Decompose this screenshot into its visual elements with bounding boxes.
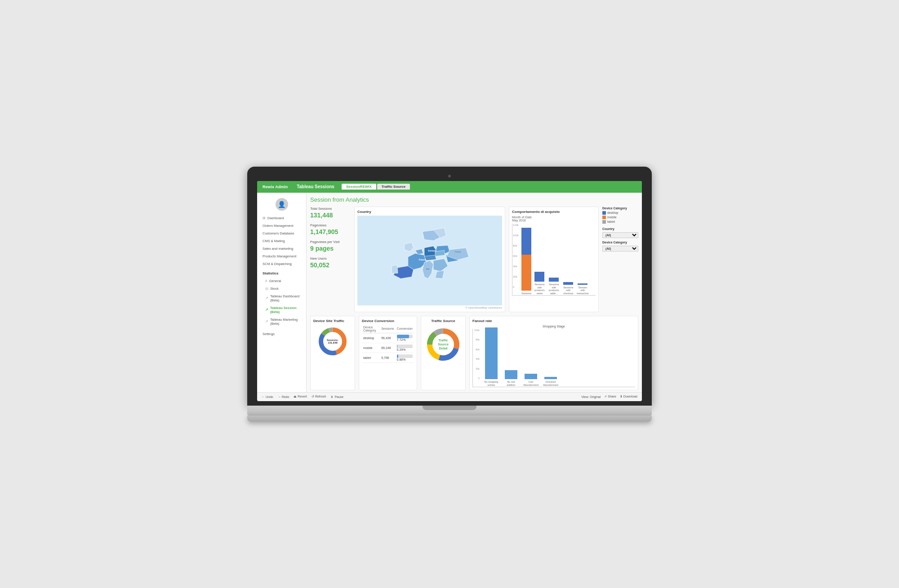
avatar: 👤 bbox=[276, 198, 288, 211]
sidebar-item-tableau-marketing[interactable]: ↗ Tableau Marketing (Beta) bbox=[257, 316, 306, 327]
brand-label: Rewix Admin bbox=[263, 185, 288, 189]
traffic-source-title: Traffic Source bbox=[431, 319, 455, 323]
country-filter: Country (All) bbox=[602, 227, 638, 238]
sidebar-item-stock[interactable]: ◎ Stock bbox=[257, 285, 306, 292]
sidebar-item-dashboard[interactable]: ⊞ Dashboard bbox=[257, 214, 306, 222]
redo-button[interactable]: → Redo bbox=[278, 395, 289, 398]
pageviews-per-visit-label: Pageviews per Visit bbox=[310, 240, 351, 244]
country-select[interactable]: (All) bbox=[602, 232, 638, 238]
bar-transaction: Session with transaction bbox=[576, 222, 589, 295]
fanout-bar-cart-abandonment: Cart Abandonment bbox=[522, 325, 539, 386]
fanout-bar-no-cart: No cart addition bbox=[503, 325, 520, 386]
tableau-session-icon: ↗ bbox=[265, 308, 268, 312]
sidebar-item-tableau-session[interactable]: ↗ Tableau Session (Beta) bbox=[257, 304, 306, 316]
refresh-button[interactable]: ↺ Refresh bbox=[312, 395, 326, 398]
conv-device-desktop: desktop bbox=[362, 333, 380, 343]
conv-header-sessions: Sessions bbox=[380, 325, 395, 333]
sidebar-item-products[interactable]: Products Management bbox=[257, 252, 306, 260]
dashboard-icon: ⊞ bbox=[263, 216, 266, 220]
conv-conversion-tablet: 0.88% bbox=[396, 353, 414, 363]
laptop-container: Rewix Admin Tableau Sessions SessionREWI… bbox=[247, 167, 652, 422]
svg-text:Italy: Italy bbox=[426, 268, 429, 270]
bar-sessions: Sessions bbox=[521, 228, 531, 295]
stock-icon: ◎ bbox=[265, 287, 268, 291]
traffic-source-panel: Traffic Source Traffi bbox=[421, 316, 466, 390]
view-original-button[interactable]: View: Original bbox=[581, 395, 601, 398]
pageviews-per-visit-block: Pageviews per Visit 9 pages bbox=[310, 240, 351, 252]
traffic-source-donut: Traffic Source Detail bbox=[425, 327, 461, 363]
legend-desktop: desktop bbox=[602, 211, 638, 215]
sidebar-item-orders[interactable]: Orders Management bbox=[257, 222, 306, 230]
sidebar-item-general[interactable]: ≡ General bbox=[257, 277, 306, 285]
conv-device-tablet: tablet bbox=[362, 353, 380, 363]
legend-dot-mobile bbox=[602, 216, 606, 219]
sidebar-item-sales[interactable]: Sales and marketing bbox=[257, 245, 306, 252]
sidebar: 👤 ⊞ Dashboard Orders Management Customer… bbox=[257, 193, 307, 392]
screen-bezel: Rewix Admin Tableau Sessions SessionREWI… bbox=[247, 167, 652, 406]
bottom-row: Device Site Traffic S bbox=[310, 316, 638, 390]
country-label: Country bbox=[357, 210, 502, 214]
laptop-foot bbox=[247, 416, 652, 422]
app-title: Tableau Sessions bbox=[297, 184, 334, 189]
download-button[interactable]: ⬇ Download bbox=[620, 395, 637, 398]
laptop-base bbox=[247, 406, 652, 416]
behavior-bar-chart: Sessions Sessions with product/s vi bbox=[512, 224, 596, 296]
fanout-bar-checkout-abandonment: Checkout Abandonment bbox=[542, 325, 559, 386]
general-icon: ≡ bbox=[265, 279, 267, 283]
new-users-block: New Users 50,052 bbox=[310, 256, 351, 269]
device-category-filter: Device Category (All) bbox=[602, 241, 638, 252]
pause-button[interactable]: ⏸ Pause bbox=[330, 395, 343, 398]
conv-conversion-desktop: 7.72% bbox=[396, 333, 414, 343]
device-category-filter-label: Device Category bbox=[602, 241, 638, 244]
total-sessions-block: Total Sessions 131,448 bbox=[310, 207, 351, 219]
device-conversion-panel: Device Conversion Device Category Sessio… bbox=[359, 316, 417, 390]
device-category-select[interactable]: (All) bbox=[602, 246, 638, 252]
table-row: tablet 5,766 0.88% bbox=[362, 353, 414, 363]
sidebar-item-settings[interactable]: Settings bbox=[257, 330, 306, 338]
behavior-chart-month: May 2018 bbox=[512, 219, 526, 222]
device-traffic-panel: Device Site Traffic S bbox=[310, 316, 355, 390]
revert-button[interactable]: ⏏ Revert bbox=[294, 395, 307, 398]
country-filter-label: Country bbox=[602, 227, 638, 230]
new-users-label: New Users bbox=[310, 256, 351, 261]
total-sessions-value: 131,448 bbox=[310, 212, 351, 219]
legend-dot-tablet bbox=[602, 220, 606, 224]
sidebar-item-customers[interactable]: Customers Database bbox=[257, 230, 306, 237]
undo-button[interactable]: ← Undo bbox=[262, 395, 273, 398]
behavior-chart-title: Comportamento di acquisto bbox=[512, 210, 596, 214]
legend-mobile: mobile bbox=[602, 216, 638, 219]
fanout-title: Fanout rate bbox=[472, 319, 635, 323]
app-body: 👤 ⊞ Dashboard Orders Management Customer… bbox=[257, 193, 642, 392]
bar-product-views: Sessions with product/s views bbox=[533, 219, 546, 295]
device-conversion-title: Device Conversion bbox=[362, 319, 414, 323]
legend-panel: Device Category desktop mobile bbox=[602, 207, 638, 312]
app-header: Rewix Admin Tableau Sessions SessionREWI… bbox=[257, 181, 642, 193]
europe-map: France Germany Poland Italy bbox=[357, 216, 502, 305]
tab-traffic-source[interactable]: Traffic Source bbox=[377, 184, 410, 190]
tab-bar: SessionREWIX Traffic Source bbox=[342, 184, 410, 190]
map-panel: Country bbox=[354, 207, 505, 312]
sidebar-item-scm[interactable]: SCM & Dispatching bbox=[257, 260, 306, 268]
pageviews-label: Pageviews bbox=[310, 223, 351, 227]
total-sessions-label: Total Sessions bbox=[310, 207, 351, 211]
conv-sessions-desktop: 56,436 bbox=[380, 333, 395, 343]
sidebar-item-cms[interactable]: CMS & Mailing bbox=[257, 237, 306, 245]
sidebar-item-tableau-dashboard[interactable]: ↗ Tableau Dashboard (Beta) bbox=[257, 292, 306, 304]
conv-header-conversion: Conversion bbox=[396, 325, 414, 333]
bottom-bar-right: View: Original ↗ Share ⬇ Download bbox=[581, 395, 637, 398]
fanout-bar-chart: No shopping activity No cart addition bbox=[472, 329, 635, 387]
share-button[interactable]: ↗ Share bbox=[604, 395, 616, 398]
conversion-table: Device Category Sessions Conversion desk… bbox=[362, 325, 414, 363]
main-content: Session from Analytics Total Sessions 13… bbox=[307, 193, 642, 392]
table-row: desktop 56,436 7.72% bbox=[362, 333, 414, 343]
page-title: Session from Analytics bbox=[310, 196, 638, 203]
tab-session-rewix[interactable]: SessionREWIX bbox=[342, 184, 376, 190]
map-credit: © OpenStreetMap contributors bbox=[357, 306, 502, 309]
traffic-source-center-label[interactable]: Traffic Source Detail bbox=[434, 338, 452, 350]
legend-dot-desktop bbox=[602, 211, 606, 215]
bar-product-added: Sessions with product/s adde... bbox=[547, 219, 560, 295]
bar-checkout: Sessions with checkout bbox=[562, 222, 574, 295]
stats-panel: Total Sessions 131,448 Pageviews 1,147,9… bbox=[310, 207, 351, 312]
top-row: Total Sessions 131,448 Pageviews 1,147,9… bbox=[310, 207, 638, 312]
fanout-panel: Fanout rate Shopping Stage 100k80k60k40k… bbox=[469, 316, 638, 390]
